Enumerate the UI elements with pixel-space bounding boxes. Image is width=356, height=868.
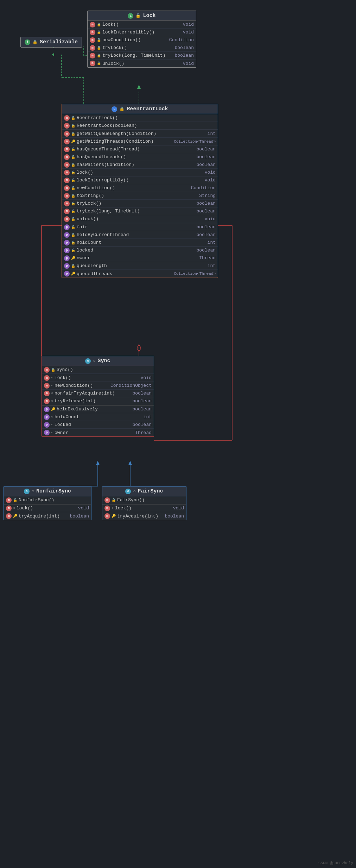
prop-type: Collection<Thread>: [174, 272, 216, 276]
method-name: newCondition(): [102, 37, 168, 43]
vis-icon: 🔒: [71, 155, 75, 159]
method-type: void: [163, 506, 184, 511]
method-icon: m: [90, 22, 95, 27]
nonfairsync-box: ⚙ ○ NonfairSync m 🔒 NonfairSync() m ○ lo…: [4, 486, 91, 520]
sync-method-1: m ○ lock() void: [42, 374, 154, 382]
method-icon: m: [64, 139, 70, 144]
prop-icon: p: [64, 271, 70, 277]
sync-prop-4: p ○ owner Thread: [42, 429, 154, 436]
prop-name: locked: [77, 248, 193, 253]
vis-icon: ○: [51, 415, 53, 419]
rl-method-1: m 🔒 getWaitQueueLength(Condition) int: [62, 130, 218, 138]
method-icon: m: [64, 178, 70, 183]
rl-prop-4: p 🔒 locked boolean: [62, 247, 218, 254]
fairsync-box: ⚙ ○ FairSync m 🔒 FairSync() m ○ lock() v…: [102, 486, 186, 520]
sync-title: Sync: [98, 358, 110, 364]
prop-icon: p: [64, 224, 70, 230]
vis-icon: 🔑: [51, 407, 55, 411]
serializable-title: Serializable: [40, 39, 78, 45]
method-icon: m: [64, 170, 70, 175]
sync-box: ⚙ ○ Sync m 🔒 Sync() m ○ lock() void m ○ …: [42, 356, 154, 437]
prop-icon: p: [64, 263, 70, 269]
rl-ctor-1: m 🔒 ReentrantLock(): [62, 114, 218, 122]
method-name: newCondition(): [77, 185, 190, 191]
vis-icon: 🔒: [71, 170, 75, 175]
rl-method-12: m 🔒 unlock() void: [62, 215, 218, 223]
method-name: nonfairTryAcquire(int): [55, 391, 129, 396]
rl-method-6: m 🔒 lock() void: [62, 169, 218, 176]
method-type: boolean: [163, 514, 184, 519]
rl-method-8: m 🔒 newCondition() Condition: [62, 184, 218, 192]
vis-icon: 🔒: [71, 147, 75, 151]
method-icon: m: [104, 506, 110, 511]
method-type: void: [173, 61, 194, 66]
rl-vis: 🔒: [119, 106, 125, 112]
prop-type: boolean: [131, 407, 152, 412]
method-name: newCondition(): [55, 383, 109, 388]
sync-prop-1: p 🔑 heldExclusively boolean: [42, 405, 154, 413]
method-name: tryLock(): [77, 201, 193, 206]
rl-prop-7: p 🔑 queuedThreads Collection<Thread>: [62, 270, 218, 278]
method-icon: m: [104, 497, 110, 503]
method-type: int: [195, 131, 216, 136]
vis-icon: 🔒: [71, 217, 75, 221]
sync-method-2: m ○ newCondition() ConditionObject: [42, 382, 154, 390]
rl-ctor-2: m 🔒 ReentrantLock(boolean): [62, 122, 218, 130]
ser-vis: 🔒: [32, 39, 38, 45]
prop-name: owner: [55, 430, 129, 435]
method-name: hasWaiters(Condition): [77, 162, 193, 167]
method-name: lock(): [17, 506, 66, 511]
method-icon: m: [64, 115, 70, 121]
method-name: tryAcquire(int): [19, 514, 66, 519]
vis-icon: 🔒: [51, 368, 55, 372]
method-type: boolean: [173, 45, 194, 50]
vis-icon: ○: [51, 431, 53, 435]
lock-box: i 🔒 Lock m 🔒 lock() void m 🔒 lockInterru…: [87, 11, 196, 68]
prop-name: fair: [77, 224, 193, 230]
prop-type: boolean: [195, 232, 216, 237]
method-icon: m: [6, 497, 12, 503]
reentrantlock-box: C 🔒 ReentrantLock m 🔒 ReentrantLock() m …: [62, 104, 218, 278]
sync-prop-2: p ○ holdCount int: [42, 413, 154, 421]
method-icon: m: [44, 398, 50, 404]
vis-icon: 🔒: [71, 241, 75, 245]
vis-icon: 🔒: [71, 163, 75, 167]
vis-icon: 🔒: [71, 248, 75, 253]
ctor-name: NonfairSync(): [19, 497, 89, 503]
method-type: void: [195, 216, 216, 222]
svg-marker-9: [52, 53, 54, 56]
fs-ctor: m 🔒 FairSync(): [102, 496, 186, 504]
method-name: getWaitingThreads(Condition): [77, 139, 172, 144]
method-type: boolean: [173, 53, 194, 58]
prop-icon: p: [44, 407, 50, 412]
interface-icon: i: [25, 39, 30, 45]
prop-icon: p: [64, 232, 70, 238]
prop-type: int: [195, 240, 216, 245]
vis-icon: ○: [51, 399, 53, 403]
method-icon: m: [64, 193, 70, 199]
ctor-name: ReentrantLock(boolean): [77, 123, 216, 128]
interface-icon: i: [128, 13, 133, 19]
lock-method-4: m 🔒 tryLock() boolean: [88, 44, 196, 52]
method-icon: m: [44, 391, 50, 396]
rl-method-9: m 🔒 toString() String: [62, 192, 218, 200]
method-name: hasQueuedThread(Thread): [77, 147, 193, 152]
method-icon: m: [90, 30, 95, 35]
vis-icon: 🔒: [71, 225, 75, 229]
vis-icon: 🔒: [97, 61, 101, 66]
method-icon: m: [90, 45, 95, 51]
prop-type: boolean: [195, 224, 216, 230]
vis-icon: 🔒: [71, 209, 75, 213]
ctor-name: FairSync(): [117, 497, 184, 503]
vis-icon: 🔒: [71, 116, 75, 120]
prop-icon: p: [64, 255, 70, 261]
rl-method-10: m 🔒 tryLock() boolean: [62, 200, 218, 207]
vis-icon: 🔒: [97, 38, 101, 42]
vis-icon: 🔒: [71, 178, 75, 182]
vis-icon: ○: [51, 384, 53, 388]
prop-name: holdCount: [77, 240, 193, 245]
vis-icon: 🔒: [97, 46, 101, 50]
reentrantlock-header: C 🔒 ReentrantLock: [62, 104, 218, 114]
ctor-name: ReentrantLock(): [77, 115, 216, 120]
prop-icon: p: [44, 414, 50, 420]
